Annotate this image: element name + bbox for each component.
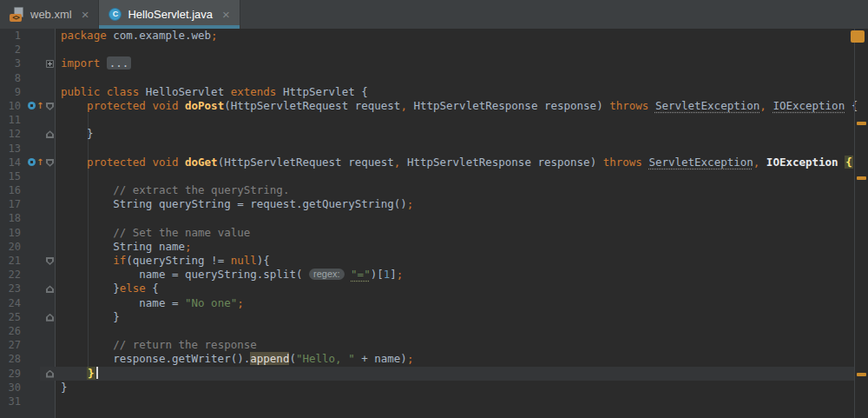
code-line[interactable]: 18: [0, 211, 868, 225]
fold-marker-start[interactable]: [46, 257, 54, 265]
fold-marker-end[interactable]: [46, 370, 54, 378]
code-line[interactable]: 14↑ protected void doGet(HttpServletRequ…: [0, 156, 868, 169]
line-number: 2: [0, 43, 21, 56]
code-text[interactable]: import ...: [61, 56, 131, 70]
code-editor[interactable]: 1package com.example.web;23import ...89p…: [0, 29, 868, 418]
line-number: 8: [0, 71, 21, 85]
line-number: 20: [0, 240, 21, 254]
code-line[interactable]: 29 }: [0, 367, 868, 381]
code-text[interactable]: }else {: [61, 282, 159, 295]
code-line[interactable]: 17 String queryString = request.getQuery…: [0, 197, 868, 211]
code-text[interactable]: }: [61, 127, 94, 141]
code-token: String queryString = request.getQueryStr…: [61, 197, 407, 210]
code-token: response.getWriter().: [61, 352, 250, 365]
line-number: 26: [0, 324, 21, 338]
fold-marker-start[interactable]: [46, 159, 54, 167]
code-token: [178, 156, 185, 169]
code-line[interactable]: 10↑ protected void doPost(HttpServletReq…: [0, 99, 868, 113]
code-line[interactable]: 9public class HelloServlet extends HttpS…: [0, 85, 868, 99]
tab-helloservlet-java[interactable]: C HelloServlet.java ×: [99, 0, 240, 29]
code-line[interactable]: 13: [0, 142, 868, 156]
code-line[interactable]: 16 // extract the queryString.: [0, 183, 868, 197]
code-line[interactable]: 24 name = "No one";: [0, 296, 868, 310]
code-token: [61, 367, 87, 380]
code-text[interactable]: // extract the queryString.: [61, 183, 289, 197]
code-line[interactable]: 8: [0, 71, 868, 85]
code-line[interactable]: 3import ...: [0, 56, 868, 70]
code-text[interactable]: name = "No one";: [61, 296, 244, 310]
code-line[interactable]: 22 name = queryString.split( regex: "=")…: [0, 268, 868, 282]
code-text[interactable]: }: [61, 381, 68, 395]
override-method-icon[interactable]: ↑: [28, 158, 43, 166]
code-line[interactable]: 25 }: [0, 310, 868, 324]
code-token: [61, 99, 87, 112]
fold-marker-start[interactable]: [46, 103, 54, 110]
warning-stripe-mark[interactable]: [857, 122, 866, 125]
fold-marker-plus[interactable]: [46, 60, 54, 68]
code-text[interactable]: }: [61, 367, 98, 381]
code-line[interactable]: 21 if(queryString != null){: [0, 254, 868, 268]
close-icon[interactable]: ×: [82, 8, 89, 21]
warning-stripe-mark[interactable]: [857, 373, 866, 376]
code-text[interactable]: String name;: [61, 240, 192, 254]
code-token: ;: [237, 296, 244, 309]
code-line[interactable]: 31: [0, 395, 868, 408]
code-token: (HttpServletRequest request: [224, 99, 400, 112]
code-line[interactable]: 19 // Set the name value: [0, 226, 868, 240]
fold-marker-end[interactable]: [46, 130, 54, 138]
line-number: 19: [0, 226, 21, 240]
code-line[interactable]: 27 // return the response: [0, 338, 868, 352]
code-text[interactable]: // Set the name value: [61, 226, 250, 240]
code-line[interactable]: 2: [0, 43, 868, 56]
code-line[interactable]: 30}: [0, 381, 868, 395]
code-line[interactable]: 20 String name;: [0, 240, 868, 254]
code-token: package: [61, 29, 107, 42]
close-icon[interactable]: ×: [222, 8, 230, 21]
error-stripe-scrollbar[interactable]: [854, 29, 868, 418]
line-number: 25: [0, 310, 21, 324]
text-caret: [96, 367, 98, 379]
code-token: ;: [407, 352, 414, 365]
code-text[interactable]: public class HelloServlet extends HttpSe…: [61, 85, 368, 99]
line-number: 13: [0, 142, 21, 156]
tab-web-xml[interactable]: <> web.xml ×: [0, 0, 99, 29]
inspections-indicator[interactable]: [851, 30, 865, 43]
code-line[interactable]: 12 }: [0, 127, 868, 141]
line-number: 30: [0, 381, 21, 395]
code-line[interactable]: 28 response.getWriter().append("Hello, "…: [0, 352, 868, 366]
editor-tab-bar: <> web.xml × C HelloServlet.java ×: [0, 0, 868, 29]
code-token: "Hello, ": [296, 352, 355, 365]
override-method-icon[interactable]: ↑: [28, 102, 43, 109]
code-token: [61, 226, 113, 239]
code-text[interactable]: if(queryString != null){: [61, 254, 270, 268]
code-line[interactable]: 11: [0, 113, 868, 127]
warning-stripe-mark[interactable]: [857, 176, 866, 180]
xml-tag-glyph: <>: [10, 14, 22, 22]
line-number: 14: [0, 156, 21, 169]
code-token: class: [107, 85, 140, 98]
fold-marker-end[interactable]: [46, 314, 54, 322]
code-line[interactable]: 26: [0, 324, 868, 338]
xml-file-icon: <>: [10, 7, 24, 22]
line-number: 17: [0, 197, 21, 211]
code-token: ){: [257, 254, 270, 267]
code-token: )[: [371, 268, 384, 281]
code-line[interactable]: 23 }else {: [0, 282, 868, 295]
code-text[interactable]: response.getWriter().append("Hello, " + …: [61, 352, 413, 366]
code-token: name = queryString.split(: [61, 268, 309, 281]
code-text[interactable]: name = queryString.split( regex: "=")[1]…: [61, 268, 403, 282]
code-token: ;: [185, 240, 192, 253]
code-line[interactable]: 1package com.example.web;: [0, 29, 868, 43]
code-text[interactable]: package com.example.web;: [61, 29, 218, 43]
code-token: // return the response: [113, 338, 257, 351]
code-text[interactable]: protected void doPost(HttpServletRequest…: [61, 99, 858, 113]
code-text[interactable]: String queryString = request.getQueryStr…: [61, 197, 413, 211]
code-text[interactable]: // return the response: [61, 338, 257, 352]
code-text[interactable]: protected void doGet(HttpServletRequest …: [61, 156, 853, 169]
code-line[interactable]: 15: [0, 169, 868, 183]
fold-marker-end[interactable]: [46, 285, 54, 293]
code-token: protected: [87, 99, 146, 112]
override-circle-icon: [28, 158, 36, 166]
code-text[interactable]: }: [61, 310, 120, 324]
code-token: ...: [107, 56, 132, 70]
